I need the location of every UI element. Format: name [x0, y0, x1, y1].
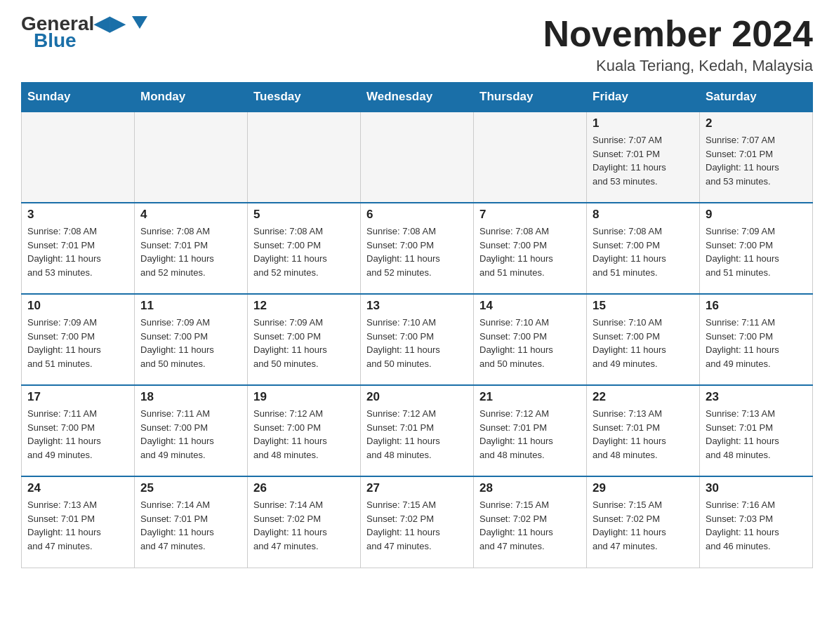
table-row: 10Sunrise: 7:09 AMSunset: 7:00 PMDayligh…	[22, 294, 135, 385]
day-info: Sunrise: 7:16 AMSunset: 7:03 PMDaylight:…	[706, 498, 807, 553]
day-number: 19	[253, 390, 355, 404]
table-row: 30Sunrise: 7:16 AMSunset: 7:03 PMDayligh…	[700, 476, 813, 568]
calendar-table: Sunday Monday Tuesday Wednesday Thursday…	[21, 82, 813, 568]
day-info: Sunrise: 7:09 AMSunset: 7:00 PMDaylight:…	[140, 316, 241, 370]
day-number: 24	[27, 481, 128, 495]
day-number: 20	[366, 390, 468, 404]
day-number: 28	[479, 481, 581, 495]
table-row: 1Sunrise: 7:07 AMSunset: 7:01 PMDaylight…	[587, 112, 700, 203]
table-row	[361, 112, 474, 203]
table-row: 5Sunrise: 7:08 AMSunset: 7:00 PMDaylight…	[248, 203, 361, 294]
table-row: 9Sunrise: 7:09 AMSunset: 7:00 PMDaylight…	[700, 203, 813, 294]
day-number: 18	[140, 390, 241, 404]
day-number: 23	[706, 390, 807, 404]
table-row: 24Sunrise: 7:13 AMSunset: 7:01 PMDayligh…	[22, 476, 135, 568]
logo-arrow-icon: ◀▶	[94, 13, 125, 34]
day-info: Sunrise: 7:13 AMSunset: 7:01 PMDaylight:…	[706, 407, 807, 462]
day-number: 5	[253, 208, 355, 222]
day-number: 14	[479, 299, 581, 313]
day-info: Sunrise: 7:15 AMSunset: 7:02 PMDaylight:…	[593, 498, 694, 553]
day-number: 26	[253, 481, 355, 495]
day-info: Sunrise: 7:13 AMSunset: 7:01 PMDaylight:…	[593, 407, 694, 462]
logo-blue-text: Blue	[34, 31, 77, 51]
week-row-4: 17Sunrise: 7:11 AMSunset: 7:00 PMDayligh…	[22, 385, 813, 476]
table-row: 28Sunrise: 7:15 AMSunset: 7:02 PMDayligh…	[474, 476, 587, 568]
day-number: 17	[27, 390, 128, 404]
day-number: 21	[479, 390, 581, 404]
table-row: 17Sunrise: 7:11 AMSunset: 7:00 PMDayligh…	[22, 385, 135, 476]
day-number: 16	[706, 299, 807, 313]
table-row: 23Sunrise: 7:13 AMSunset: 7:01 PMDayligh…	[700, 385, 813, 476]
table-row	[135, 112, 248, 203]
day-number: 11	[140, 299, 241, 313]
day-number: 4	[140, 208, 241, 222]
day-info: Sunrise: 7:12 AMSunset: 7:00 PMDaylight:…	[253, 407, 355, 462]
calendar-header-row: Sunday Monday Tuesday Wednesday Thursday…	[22, 83, 813, 112]
location-subtitle: Kuala Teriang, Kedah, Malaysia	[543, 57, 813, 75]
day-number: 6	[366, 208, 468, 222]
day-info: Sunrise: 7:15 AMSunset: 7:02 PMDaylight:…	[479, 498, 581, 553]
col-saturday: Saturday	[700, 83, 813, 112]
day-info: Sunrise: 7:11 AMSunset: 7:00 PMDaylight:…	[706, 316, 807, 370]
logo: General◀▶ Blue	[21, 14, 147, 51]
table-row: 29Sunrise: 7:15 AMSunset: 7:02 PMDayligh…	[587, 476, 700, 568]
day-number: 9	[706, 208, 807, 222]
col-wednesday: Wednesday	[361, 83, 474, 112]
day-number: 27	[366, 481, 468, 495]
day-info: Sunrise: 7:08 AMSunset: 7:00 PMDaylight:…	[253, 224, 355, 279]
day-info: Sunrise: 7:10 AMSunset: 7:00 PMDaylight:…	[593, 316, 694, 370]
table-row: 20Sunrise: 7:12 AMSunset: 7:01 PMDayligh…	[361, 385, 474, 476]
col-monday: Monday	[135, 83, 248, 112]
day-info: Sunrise: 7:08 AMSunset: 7:00 PMDaylight:…	[479, 224, 581, 279]
table-row: 15Sunrise: 7:10 AMSunset: 7:00 PMDayligh…	[587, 294, 700, 385]
day-number: 1	[593, 116, 694, 130]
table-row	[22, 112, 135, 203]
table-row: 6Sunrise: 7:08 AMSunset: 7:00 PMDaylight…	[361, 203, 474, 294]
day-info: Sunrise: 7:11 AMSunset: 7:00 PMDaylight:…	[140, 407, 241, 462]
day-info: Sunrise: 7:09 AMSunset: 7:00 PMDaylight:…	[253, 316, 355, 370]
table-row: 7Sunrise: 7:08 AMSunset: 7:00 PMDaylight…	[474, 203, 587, 294]
table-row: 16Sunrise: 7:11 AMSunset: 7:00 PMDayligh…	[700, 294, 813, 385]
table-row	[474, 112, 587, 203]
logo-triangle-icon	[132, 16, 147, 29]
week-row-1: 1Sunrise: 7:07 AMSunset: 7:01 PMDaylight…	[22, 112, 813, 203]
day-info: Sunrise: 7:13 AMSunset: 7:01 PMDaylight:…	[27, 498, 128, 553]
day-info: Sunrise: 7:10 AMSunset: 7:00 PMDaylight:…	[479, 316, 581, 370]
day-info: Sunrise: 7:08 AMSunset: 7:00 PMDaylight:…	[593, 224, 694, 279]
table-row: 2Sunrise: 7:07 AMSunset: 7:01 PMDaylight…	[700, 112, 813, 203]
day-info: Sunrise: 7:09 AMSunset: 7:00 PMDaylight:…	[27, 316, 128, 370]
week-row-5: 24Sunrise: 7:13 AMSunset: 7:01 PMDayligh…	[22, 476, 813, 568]
day-number: 25	[140, 481, 241, 495]
page-header: General◀▶ Blue November 2024 Kuala Teria…	[21, 14, 813, 75]
col-sunday: Sunday	[22, 83, 135, 112]
title-block: November 2024 Kuala Teriang, Kedah, Mala…	[543, 14, 813, 75]
col-thursday: Thursday	[474, 83, 587, 112]
week-row-3: 10Sunrise: 7:09 AMSunset: 7:00 PMDayligh…	[22, 294, 813, 385]
table-row: 22Sunrise: 7:13 AMSunset: 7:01 PMDayligh…	[587, 385, 700, 476]
col-tuesday: Tuesday	[248, 83, 361, 112]
day-info: Sunrise: 7:07 AMSunset: 7:01 PMDaylight:…	[593, 133, 694, 188]
day-number: 15	[593, 299, 694, 313]
day-info: Sunrise: 7:12 AMSunset: 7:01 PMDaylight:…	[479, 407, 581, 462]
day-number: 7	[479, 208, 581, 222]
day-info: Sunrise: 7:12 AMSunset: 7:01 PMDaylight:…	[366, 407, 468, 462]
day-number: 29	[593, 481, 694, 495]
day-info: Sunrise: 7:08 AMSunset: 7:01 PMDaylight:…	[140, 224, 241, 279]
table-row: 18Sunrise: 7:11 AMSunset: 7:00 PMDayligh…	[135, 385, 248, 476]
table-row: 4Sunrise: 7:08 AMSunset: 7:01 PMDaylight…	[135, 203, 248, 294]
table-row: 27Sunrise: 7:15 AMSunset: 7:02 PMDayligh…	[361, 476, 474, 568]
day-info: Sunrise: 7:15 AMSunset: 7:02 PMDaylight:…	[366, 498, 468, 553]
day-info: Sunrise: 7:11 AMSunset: 7:00 PMDaylight:…	[27, 407, 128, 462]
day-number: 10	[27, 299, 128, 313]
table-row: 21Sunrise: 7:12 AMSunset: 7:01 PMDayligh…	[474, 385, 587, 476]
svg-marker-0	[132, 16, 147, 29]
table-row: 26Sunrise: 7:14 AMSunset: 7:02 PMDayligh…	[248, 476, 361, 568]
table-row: 11Sunrise: 7:09 AMSunset: 7:00 PMDayligh…	[135, 294, 248, 385]
table-row: 13Sunrise: 7:10 AMSunset: 7:00 PMDayligh…	[361, 294, 474, 385]
day-info: Sunrise: 7:10 AMSunset: 7:00 PMDaylight:…	[366, 316, 468, 370]
day-number: 13	[366, 299, 468, 313]
table-row: 25Sunrise: 7:14 AMSunset: 7:01 PMDayligh…	[135, 476, 248, 568]
table-row: 19Sunrise: 7:12 AMSunset: 7:00 PMDayligh…	[248, 385, 361, 476]
col-friday: Friday	[587, 83, 700, 112]
table-row: 8Sunrise: 7:08 AMSunset: 7:00 PMDaylight…	[587, 203, 700, 294]
